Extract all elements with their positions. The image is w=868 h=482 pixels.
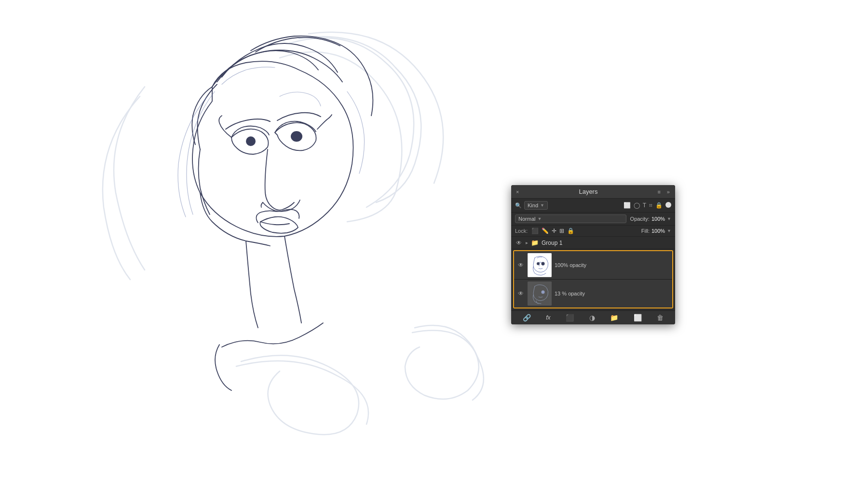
group-expand-arrow[interactable]: ▸: [526, 240, 528, 245]
blend-mode-row: Normal ▼ Opacity: 100% ▼: [511, 213, 675, 226]
layer1-opacity-text: 100% opacity: [555, 262, 669, 268]
new-layer-icon[interactable]: ⬜: [634, 314, 642, 321]
filter-toggle-dot[interactable]: [665, 202, 671, 208]
lock-filter-icon[interactable]: 🔒: [655, 202, 663, 209]
svg-point-5: [542, 262, 545, 266]
search-icon: 🔍: [515, 202, 522, 209]
layer2-info: 13 % opacity: [555, 291, 669, 296]
group-visibility-eye[interactable]: 👁: [515, 240, 523, 246]
fill-value[interactable]: 100%: [651, 228, 665, 234]
lock-all-icon[interactable]: 🔒: [567, 228, 574, 234]
fill-control: Fill: 100% ▼: [641, 228, 671, 234]
text-filter-icon[interactable]: T: [643, 202, 646, 209]
svg-point-1: [291, 131, 302, 142]
lock-artboard-icon[interactable]: ⊞: [559, 228, 564, 234]
svg-point-8: [542, 291, 545, 294]
circle-filter-icon[interactable]: ◯: [634, 202, 640, 209]
crop-filter-icon[interactable]: ⌗: [649, 202, 652, 209]
group-row[interactable]: 👁 ▸ 📁 Group 1: [511, 237, 675, 249]
opacity-control: Opacity: 100% ▼: [630, 216, 671, 222]
panel-bottom-toolbar: 🔗 fx ⬛ ◑ 📁 ⬜ 🗑: [511, 310, 675, 324]
lock-icons-group: ⬛ ✏️ ✛ ⊞ 🔒: [531, 228, 574, 234]
panel-menu-button[interactable]: ≡: [657, 189, 661, 195]
svg-point-0: [246, 136, 256, 146]
image-filter-icon[interactable]: ⬜: [624, 202, 631, 209]
kind-filter-dropdown[interactable]: Kind ▼: [524, 201, 548, 210]
add-mask-icon[interactable]: ⬛: [566, 314, 574, 321]
filter-row: 🔍 Kind ▼ ⬜ ◯ T ⌗ 🔒: [511, 199, 675, 213]
panel-titlebar: × Layers ≡ »: [511, 185, 675, 199]
canvas-area: [0, 0, 868, 482]
panel-collapse-button[interactable]: »: [667, 189, 670, 195]
lock-paint-icon[interactable]: ✏️: [542, 228, 549, 234]
layer-row[interactable]: 👁: [514, 251, 672, 280]
fx-icon[interactable]: fx: [546, 314, 550, 321]
lock-label: Lock:: [515, 228, 528, 234]
layer1-info: 100% opacity: [555, 262, 669, 268]
layer1-thumbnail: [528, 253, 552, 277]
filter-icons-group: ⬜ ◯ T ⌗ 🔒: [624, 202, 671, 209]
adjustment-icon[interactable]: ◑: [589, 314, 595, 321]
lock-row: Lock: ⬛ ✏️ ✛ ⊞ 🔒 Fill: 100% ▼: [511, 226, 675, 237]
lock-pixels-icon[interactable]: ⬛: [531, 228, 539, 234]
fill-label: Fill:: [641, 228, 650, 234]
blend-mode-label: Normal: [518, 216, 535, 222]
layer-row[interactable]: 👁 13 % opacity: [514, 280, 672, 308]
lock-move-icon[interactable]: ✛: [552, 228, 556, 234]
group-folder-icon: 📁: [531, 239, 539, 246]
opacity-label: Opacity:: [630, 216, 650, 222]
panel-close-button[interactable]: ×: [516, 189, 519, 195]
blend-chevron-icon: ▼: [537, 216, 542, 221]
kind-label: Kind: [528, 202, 538, 208]
fill-chevron-icon: ▼: [667, 228, 671, 233]
layer2-thumbnail: [528, 281, 552, 306]
layers-container: 👁: [513, 250, 673, 308]
group-name: Group 1: [542, 240, 562, 246]
layer2-opacity-text: 13 % opacity: [555, 291, 669, 296]
delete-layer-icon[interactable]: 🗑: [657, 314, 664, 321]
opacity-chevron-icon: ▼: [667, 216, 671, 221]
new-group-icon[interactable]: 📁: [610, 314, 618, 321]
svg-point-4: [537, 262, 540, 265]
opacity-value[interactable]: 100%: [651, 216, 665, 222]
layer2-visibility-eye[interactable]: 👁: [517, 290, 525, 297]
link-layers-icon[interactable]: 🔗: [523, 314, 531, 321]
blend-mode-dropdown[interactable]: Normal ▼: [515, 214, 626, 223]
layers-panel: × Layers ≡ » 🔍 Kind ▼ ⬜ ◯ T ⌗ 🔒 Normal ▼…: [511, 185, 675, 324]
kind-chevron-icon: ▼: [540, 203, 544, 208]
panel-title: Layers: [579, 188, 597, 195]
layer1-visibility-eye[interactable]: 👁: [517, 262, 525, 268]
sketch-canvas: [0, 0, 530, 482]
